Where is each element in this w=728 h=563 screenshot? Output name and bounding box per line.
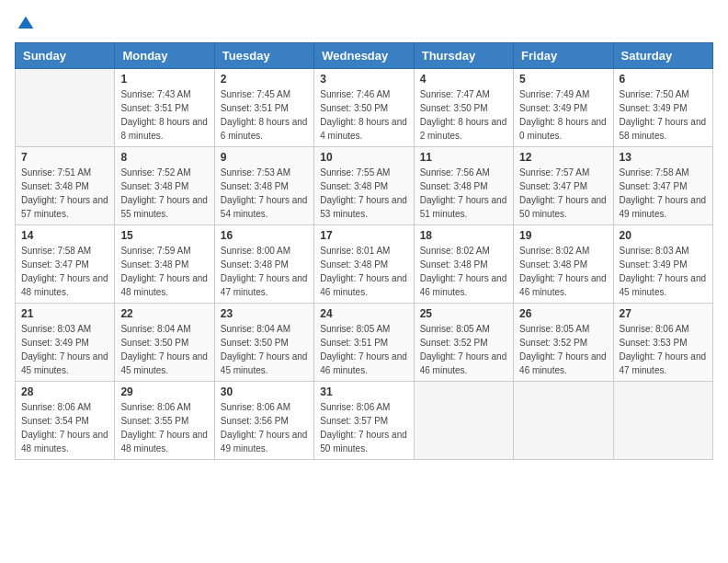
svg-marker-0 xyxy=(18,17,34,29)
calendar-cell xyxy=(514,382,613,460)
day-number: 18 xyxy=(420,229,507,242)
calendar-header-row: SundayMondayTuesdayWednesdayThursdayFrid… xyxy=(16,43,713,69)
day-number: 13 xyxy=(620,151,707,164)
day-info: Sunrise: 8:00 AMSunset: 3:48 PMDaylight:… xyxy=(221,244,308,299)
day-number: 8 xyxy=(120,151,208,164)
page-header xyxy=(15,15,713,33)
calendar-week-row: 21Sunrise: 8:03 AMSunset: 3:49 PMDayligh… xyxy=(16,304,713,382)
weekday-header: Wednesday xyxy=(314,43,414,69)
weekday-header: Friday xyxy=(514,43,613,69)
calendar-week-row: 1Sunrise: 7:43 AMSunset: 3:51 PMDaylight… xyxy=(16,69,713,147)
calendar-cell: 13Sunrise: 7:58 AMSunset: 3:47 PMDayligh… xyxy=(613,147,712,225)
day-number: 25 xyxy=(420,307,507,320)
calendar-cell: 16Sunrise: 8:00 AMSunset: 3:48 PMDayligh… xyxy=(214,225,313,304)
calendar-cell: 8Sunrise: 7:52 AMSunset: 3:48 PMDaylight… xyxy=(115,147,214,225)
day-info: Sunrise: 8:05 AMSunset: 3:52 PMDaylight:… xyxy=(420,322,507,377)
day-number: 22 xyxy=(120,307,208,320)
calendar-cell: 12Sunrise: 7:57 AMSunset: 3:47 PMDayligh… xyxy=(514,147,613,225)
day-number: 24 xyxy=(320,307,407,320)
day-number: 15 xyxy=(120,229,208,242)
day-number: 31 xyxy=(320,385,407,398)
day-info: Sunrise: 8:04 AMSunset: 3:50 PMDaylight:… xyxy=(221,322,308,377)
day-info: Sunrise: 8:04 AMSunset: 3:50 PMDaylight:… xyxy=(120,322,208,377)
calendar-cell: 24Sunrise: 8:05 AMSunset: 3:51 PMDayligh… xyxy=(314,304,414,382)
day-info: Sunrise: 7:45 AMSunset: 3:51 PMDaylight:… xyxy=(221,87,308,143)
day-info: Sunrise: 7:58 AMSunset: 3:47 PMDaylight:… xyxy=(21,244,108,299)
calendar-cell: 29Sunrise: 8:06 AMSunset: 3:55 PMDayligh… xyxy=(115,382,214,460)
day-info: Sunrise: 8:06 AMSunset: 3:54 PMDaylight:… xyxy=(21,400,108,455)
day-info: Sunrise: 8:02 AMSunset: 3:48 PMDaylight:… xyxy=(420,244,507,299)
calendar-week-row: 28Sunrise: 8:06 AMSunset: 3:54 PMDayligh… xyxy=(16,382,713,460)
calendar-cell: 6Sunrise: 7:50 AMSunset: 3:49 PMDaylight… xyxy=(613,69,712,147)
calendar-cell: 10Sunrise: 7:55 AMSunset: 3:48 PMDayligh… xyxy=(314,147,414,225)
day-number: 5 xyxy=(519,73,607,86)
calendar-cell: 2Sunrise: 7:45 AMSunset: 3:51 PMDaylight… xyxy=(214,69,313,147)
day-number: 14 xyxy=(21,229,108,242)
weekday-header: Sunday xyxy=(16,43,115,69)
day-number: 28 xyxy=(21,385,108,398)
day-info: Sunrise: 7:43 AMSunset: 3:51 PMDaylight:… xyxy=(120,87,208,143)
day-info: Sunrise: 7:56 AMSunset: 3:48 PMDaylight:… xyxy=(420,166,507,221)
day-info: Sunrise: 7:59 AMSunset: 3:48 PMDaylight:… xyxy=(120,244,208,299)
calendar-cell: 30Sunrise: 8:06 AMSunset: 3:56 PMDayligh… xyxy=(214,382,313,460)
day-info: Sunrise: 8:06 AMSunset: 3:56 PMDaylight:… xyxy=(221,400,308,455)
weekday-header: Saturday xyxy=(613,43,712,69)
day-info: Sunrise: 7:55 AMSunset: 3:48 PMDaylight:… xyxy=(320,166,407,221)
day-info: Sunrise: 8:03 AMSunset: 3:49 PMDaylight:… xyxy=(620,244,707,299)
day-info: Sunrise: 7:50 AMSunset: 3:49 PMDaylight:… xyxy=(620,87,707,143)
day-info: Sunrise: 7:52 AMSunset: 3:48 PMDaylight:… xyxy=(120,166,208,221)
calendar-cell: 14Sunrise: 7:58 AMSunset: 3:47 PMDayligh… xyxy=(16,225,115,304)
day-number: 27 xyxy=(620,307,707,320)
calendar-cell: 11Sunrise: 7:56 AMSunset: 3:48 PMDayligh… xyxy=(414,147,513,225)
calendar-week-row: 7Sunrise: 7:51 AMSunset: 3:48 PMDaylight… xyxy=(16,147,713,225)
calendar-cell xyxy=(613,382,712,460)
calendar-cell: 20Sunrise: 8:03 AMSunset: 3:49 PMDayligh… xyxy=(613,225,712,304)
day-info: Sunrise: 8:05 AMSunset: 3:51 PMDaylight:… xyxy=(320,322,407,377)
day-info: Sunrise: 8:05 AMSunset: 3:52 PMDaylight:… xyxy=(519,322,607,377)
day-info: Sunrise: 7:49 AMSunset: 3:49 PMDaylight:… xyxy=(519,87,607,143)
calendar-cell: 22Sunrise: 8:04 AMSunset: 3:50 PMDayligh… xyxy=(115,304,214,382)
day-info: Sunrise: 7:51 AMSunset: 3:48 PMDaylight:… xyxy=(21,166,108,221)
calendar-cell: 19Sunrise: 8:02 AMSunset: 3:48 PMDayligh… xyxy=(514,225,613,304)
calendar-week-row: 14Sunrise: 7:58 AMSunset: 3:47 PMDayligh… xyxy=(16,225,713,304)
day-info: Sunrise: 7:57 AMSunset: 3:47 PMDaylight:… xyxy=(519,166,607,221)
day-info: Sunrise: 8:06 AMSunset: 3:53 PMDaylight:… xyxy=(620,322,707,377)
calendar-cell: 25Sunrise: 8:05 AMSunset: 3:52 PMDayligh… xyxy=(414,304,513,382)
day-info: Sunrise: 8:06 AMSunset: 3:55 PMDaylight:… xyxy=(120,400,208,455)
day-number: 1 xyxy=(120,73,208,86)
day-number: 16 xyxy=(221,229,308,242)
calendar-cell: 1Sunrise: 7:43 AMSunset: 3:51 PMDaylight… xyxy=(115,69,214,147)
day-number: 20 xyxy=(620,229,707,242)
day-number: 23 xyxy=(221,307,308,320)
day-info: Sunrise: 7:46 AMSunset: 3:50 PMDaylight:… xyxy=(320,87,407,143)
day-number: 6 xyxy=(620,73,707,86)
day-number: 29 xyxy=(120,385,208,398)
calendar-cell: 9Sunrise: 7:53 AMSunset: 3:48 PMDaylight… xyxy=(214,147,313,225)
calendar-cell: 15Sunrise: 7:59 AMSunset: 3:48 PMDayligh… xyxy=(115,225,214,304)
day-number: 26 xyxy=(519,307,607,320)
day-number: 12 xyxy=(519,151,607,164)
day-number: 2 xyxy=(221,73,308,86)
day-info: Sunrise: 8:01 AMSunset: 3:48 PMDaylight:… xyxy=(320,244,407,299)
calendar-cell: 28Sunrise: 8:06 AMSunset: 3:54 PMDayligh… xyxy=(16,382,115,460)
day-number: 30 xyxy=(221,385,308,398)
day-number: 11 xyxy=(420,151,507,164)
day-number: 3 xyxy=(320,73,407,86)
day-info: Sunrise: 7:47 AMSunset: 3:50 PMDaylight:… xyxy=(420,87,507,143)
calendar-cell: 7Sunrise: 7:51 AMSunset: 3:48 PMDaylight… xyxy=(16,147,115,225)
weekday-header: Tuesday xyxy=(214,43,313,69)
calendar-cell: 26Sunrise: 8:05 AMSunset: 3:52 PMDayligh… xyxy=(514,304,613,382)
weekday-header: Thursday xyxy=(414,43,513,69)
calendar-cell: 31Sunrise: 8:06 AMSunset: 3:57 PMDayligh… xyxy=(314,382,414,460)
day-number: 21 xyxy=(21,307,108,320)
day-number: 9 xyxy=(221,151,308,164)
calendar-cell: 3Sunrise: 7:46 AMSunset: 3:50 PMDaylight… xyxy=(314,69,414,147)
calendar-cell: 17Sunrise: 8:01 AMSunset: 3:48 PMDayligh… xyxy=(314,225,414,304)
day-number: 19 xyxy=(519,229,607,242)
calendar-cell: 23Sunrise: 8:04 AMSunset: 3:50 PMDayligh… xyxy=(214,304,313,382)
day-number: 17 xyxy=(320,229,407,242)
day-number: 4 xyxy=(420,73,507,86)
calendar-cell: 27Sunrise: 8:06 AMSunset: 3:53 PMDayligh… xyxy=(613,304,712,382)
calendar-cell: 21Sunrise: 8:03 AMSunset: 3:49 PMDayligh… xyxy=(16,304,115,382)
logo xyxy=(15,15,35,33)
